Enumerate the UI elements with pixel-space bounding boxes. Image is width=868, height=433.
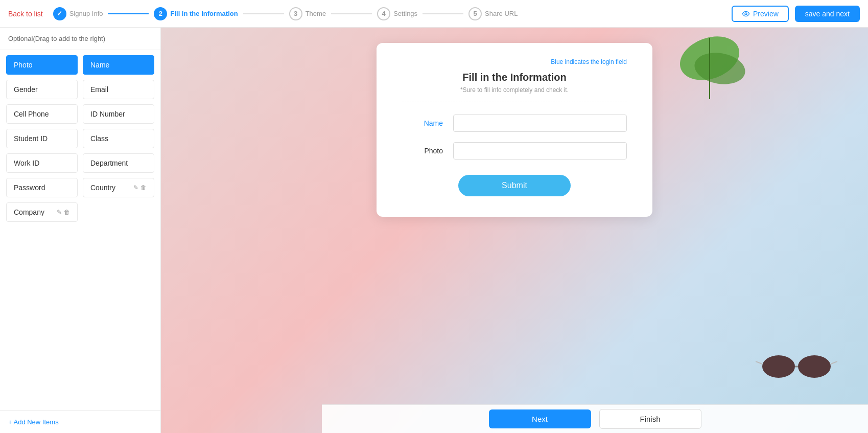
sidebar-row-7: Company ✎ 🗑	[6, 202, 154, 222]
name-field-label: Name	[402, 119, 443, 127]
nav-right: Preview save and next	[732, 6, 860, 22]
finish-button[interactable]: Finish	[599, 409, 701, 429]
sidebar-item-work-id-label: Work ID	[14, 159, 39, 167]
sidebar-item-cell-phone[interactable]: Cell Phone	[6, 104, 78, 124]
step-2[interactable]: 2 Fill in the Information	[154, 7, 238, 20]
submit-button[interactable]: Submit	[458, 175, 571, 196]
edit-icon[interactable]: ✎	[133, 184, 138, 191]
sidebar-item-class[interactable]: Class	[83, 129, 154, 148]
center-area: Blue indicates the login field Fill in t…	[161, 28, 868, 433]
sidebar-item-work-id[interactable]: Work ID	[6, 153, 78, 173]
sidebar-item-name-label: Name	[90, 61, 109, 69]
sidebar-item-student-id-label: Student ID	[14, 134, 48, 143]
step-3[interactable]: 3 Theme	[289, 7, 326, 20]
step-2-label: Fill in the Information	[170, 10, 238, 17]
sidebar-item-id-number[interactable]: ID Number	[83, 104, 154, 124]
sidebar-item-cell-phone-label: Cell Phone	[14, 110, 49, 118]
step-3-label: Theme	[306, 10, 326, 17]
step-2-circle: 2	[154, 7, 167, 20]
sidebar-item-name[interactable]: Name	[83, 55, 154, 75]
sidebar-item-class-label: Class	[90, 134, 108, 143]
step-5-circle: 5	[468, 7, 482, 20]
preview-label: Preview	[753, 10, 779, 18]
eye-icon	[742, 10, 750, 18]
step-1-label: Signup Info	[69, 10, 103, 17]
company-edit-icon[interactable]: ✎	[57, 209, 62, 216]
form-field-name: Name	[402, 115, 627, 132]
sidebar-header: Optional(Drag to add to the right)	[0, 28, 160, 50]
sidebar: Optional(Drag to add to the right) Photo…	[0, 28, 161, 433]
sidebar-item-photo[interactable]: Photo	[6, 55, 78, 75]
step-4-circle: 4	[377, 7, 390, 20]
top-nav: Back to list ✓ Signup Info 2 Fill in the…	[0, 0, 868, 28]
sidebar-item-student-id[interactable]: Student ID	[6, 129, 78, 148]
sidebar-item-email[interactable]: Email	[83, 80, 154, 99]
sidebar-row-5: Work ID Department	[6, 153, 154, 173]
step-1-check-icon: ✓	[57, 10, 62, 17]
step-1[interactable]: ✓ Signup Info	[53, 7, 103, 20]
sidebar-item-country-label: Country	[90, 184, 115, 192]
save-next-button[interactable]: save and next	[795, 6, 860, 22]
sidebar-item-gender-label: Gender	[14, 85, 38, 94]
sidebar-item-company[interactable]: Company ✎ 🗑	[6, 202, 78, 222]
company-delete-icon[interactable]: 🗑	[64, 209, 70, 216]
next-button[interactable]: Next	[489, 409, 591, 428]
photo-field-label: Photo	[402, 147, 443, 155]
name-input[interactable]	[453, 115, 627, 132]
sidebar-item-department-label: Department	[90, 159, 128, 167]
step-5-label: Share URL	[485, 10, 518, 17]
form-card: Blue indicates the login field Fill in t…	[377, 43, 652, 217]
photo-input[interactable]	[453, 142, 627, 159]
step-line-3-4	[331, 13, 372, 14]
add-items-bar[interactable]: + Add New Items	[0, 411, 160, 433]
delete-icon[interactable]: 🗑	[140, 184, 147, 191]
sidebar-row-2: Gender Email	[6, 80, 154, 99]
sidebar-items: Photo Name Gender Email Cell Phone	[0, 50, 160, 411]
form-divider	[402, 102, 627, 102]
step-4[interactable]: 4 Settings	[377, 7, 417, 20]
preview-button[interactable]: Preview	[732, 6, 789, 22]
step-line-2-3	[243, 13, 284, 14]
svg-point-0	[745, 13, 747, 15]
step-3-circle: 3	[289, 7, 302, 20]
steps-bar: ✓ Signup Info 2 Fill in the Information …	[53, 7, 732, 20]
sidebar-row-3: Cell Phone ID Number	[6, 104, 154, 124]
step-1-circle: ✓	[53, 7, 66, 20]
sidebar-item-password[interactable]: Password	[6, 178, 78, 197]
country-item-icons: ✎ 🗑	[133, 184, 147, 191]
sidebar-item-department[interactable]: Department	[83, 153, 154, 173]
sidebar-item-gender[interactable]: Gender	[6, 80, 78, 99]
main-layout: Optional(Drag to add to the right) Photo…	[0, 28, 868, 433]
sidebar-item-id-number-label: ID Number	[90, 110, 125, 118]
sidebar-item-company-label: Company	[14, 208, 44, 216]
back-to-list-link[interactable]: Back to list	[8, 10, 43, 18]
step-line-4-5	[423, 13, 463, 14]
sidebar-row-1: Photo Name	[6, 55, 154, 75]
step-line-1-2	[108, 13, 149, 14]
step-4-label: Settings	[393, 10, 417, 17]
sidebar-item-email-label: Email	[90, 85, 108, 94]
form-field-photo: Photo	[402, 142, 627, 159]
sidebar-item-photo-label: Photo	[14, 61, 33, 69]
sidebar-item-password-label: Password	[14, 184, 45, 192]
company-item-icons: ✎ 🗑	[57, 209, 70, 216]
step-5[interactable]: 5 Share URL	[468, 7, 518, 20]
sidebar-row-4: Student ID Class	[6, 129, 154, 148]
sidebar-item-country[interactable]: Country ✎ 🗑	[83, 178, 154, 197]
sidebar-row-6: Password Country ✎ 🗑	[6, 178, 154, 197]
form-card-hint: Blue indicates the login field	[402, 58, 627, 65]
bottom-bar: Next Finish	[322, 404, 868, 433]
form-card-subtitle: *Sure to fill info completely and check …	[402, 86, 627, 94]
form-card-title: Fill in the Information	[402, 72, 627, 83]
